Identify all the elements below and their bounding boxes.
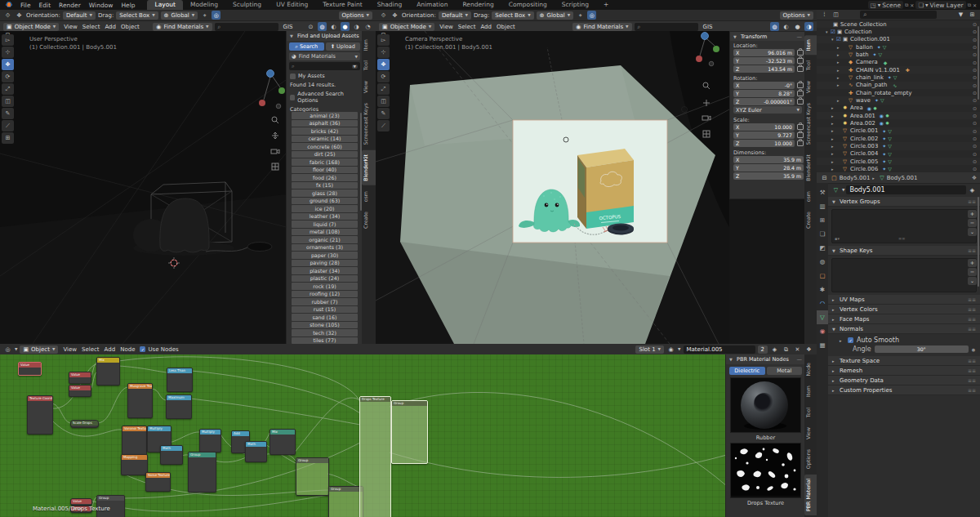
shading-material-icon[interactable]: ◑	[352, 22, 361, 31]
hide-eye-icon[interactable]: ⊙	[973, 120, 977, 126]
hide-eye-icon[interactable]: ⊙	[973, 82, 977, 88]
outliner-row[interactable]: ▾ ☑ ▣ Collection.001 ⊙	[817, 36, 980, 43]
shader-node[interactable]: Math	[160, 445, 183, 465]
overlays-icon[interactable]: ◍	[318, 22, 327, 31]
expand-arrow-icon[interactable]: ▸	[837, 68, 842, 73]
rotate-tool[interactable]: ⟳	[377, 71, 390, 82]
view-layer-selector[interactable]: ❏ ▼ View Layer	[915, 1, 965, 9]
location-field[interactable]: X96.016 m	[733, 49, 795, 56]
remove-button[interactable]: −	[968, 268, 977, 276]
sidebar-tab[interactable]: Tool	[362, 56, 376, 74]
scale-field[interactable]: Z10.000	[733, 140, 795, 147]
shader-node[interactable]: Mix	[270, 429, 296, 455]
category-item[interactable]: sand (16)	[292, 314, 358, 321]
show-gizmo-icon[interactable]: ⊙	[306, 22, 315, 31]
filter-icon[interactable]: ▼	[956, 11, 965, 20]
hide-eye-icon[interactable]: ⊙	[973, 21, 977, 27]
dielectric-button[interactable]: Dielectric	[729, 367, 765, 375]
expand-arrow-icon[interactable]: ▸	[837, 82, 842, 87]
category-item[interactable]: liquid (7)	[292, 221, 358, 228]
new-collection-icon[interactable]: ⊞	[968, 11, 977, 20]
shader-menu-item[interactable]: Select	[79, 346, 102, 353]
outliner-row[interactable]: ▸ ▽ Circle.001 ✦ ▽ ⊙	[817, 127, 980, 135]
expand-arrow-icon[interactable]: ▸	[831, 167, 836, 172]
hide-eye-icon[interactable]: ⊙	[973, 158, 977, 164]
shader-node[interactable]: Group	[188, 452, 216, 492]
shader-node[interactable]: Multiply	[199, 429, 221, 452]
annotate-tool[interactable]: ✎	[377, 108, 390, 119]
node-sidebar-tab[interactable]: Options	[804, 445, 817, 473]
collection-checkbox-icon[interactable]: ☑	[836, 36, 843, 42]
node-header[interactable]: Group	[189, 452, 216, 457]
angle-field[interactable]: 30°	[875, 345, 969, 353]
lock-icon[interactable]	[797, 132, 804, 138]
sidebar-tab[interactable]: Create	[362, 207, 376, 233]
sidebar-tab[interactable]: Item	[804, 35, 817, 55]
workspace-tab[interactable]: Animation	[409, 0, 455, 10]
scrollbar[interactable]	[978, 26, 979, 100]
hide-eye-icon[interactable]: ⊙	[973, 166, 977, 172]
category-item[interactable]: rock (19)	[292, 283, 358, 290]
node-canvas[interactable]: Value Value Value Mix Texture Coordinate	[0, 354, 817, 517]
properties-tab[interactable]: ⚒	[817, 185, 828, 199]
rotation-mode-dropdown[interactable]: XYZ Euler▼	[733, 106, 802, 114]
find-materials-dropdown[interactable]: ◉ Find Materials▼	[572, 23, 631, 31]
transform-tool[interactable]: ◫	[2, 96, 14, 107]
annotate-tool[interactable]: ✎	[2, 108, 14, 119]
use-nodes-checkbox[interactable]: ✓	[140, 346, 145, 352]
viewport-menu-item[interactable]: Object	[118, 24, 142, 30]
node-header[interactable]: Value	[69, 372, 91, 377]
pin-icon[interactable]: ❖	[972, 175, 977, 181]
outliner-row[interactable]: ▸ ✹ Area.001 ◉ ✹ ⊙	[817, 112, 980, 119]
material-preview[interactable]	[730, 377, 801, 433]
rotate-tool[interactable]: ⟳	[2, 71, 14, 82]
category-item[interactable]: ground (63)	[292, 198, 358, 205]
remove-button[interactable]: −	[968, 219, 977, 227]
mode-dropdown[interactable]: ▣ Object Mode▼	[379, 23, 434, 31]
collection-checkbox-icon[interactable]: ☑	[831, 29, 837, 35]
category-item[interactable]: fx (15)	[292, 182, 358, 189]
dimension-field[interactable]: Y28.4 m	[733, 164, 804, 172]
category-item[interactable]: tiles (77)	[292, 337, 358, 345]
rotation-field[interactable]: Y8.28°	[733, 90, 795, 97]
category-item[interactable]: stone (105)	[292, 322, 358, 329]
expand-arrow-icon[interactable]: ▸	[837, 98, 842, 103]
category-item[interactable]: food (26)	[292, 174, 358, 181]
expand-arrow-icon[interactable]: ▸	[837, 60, 842, 65]
category-item[interactable]: bricks (42)	[292, 127, 358, 135]
node-sidebar-tab[interactable]: Tool	[804, 403, 817, 421]
outliner-row[interactable]: ▸ ✚ CHAIN v1.1.001 ✚ ⊙	[817, 66, 980, 74]
outliner-row[interactable]: ▸ ▽ Circle.006 ✦ ▽ ⊙	[817, 165, 980, 172]
animate-dot-icon[interactable]: ●	[972, 347, 975, 352]
node-header[interactable]: Group	[392, 401, 427, 406]
shader-node[interactable]: Math	[245, 441, 267, 462]
orientation-dropdown[interactable]: Default▼	[63, 11, 96, 20]
sidebar-tab[interactable]: Screencast Keys	[804, 99, 817, 149]
node-header[interactable]: Mapping	[122, 455, 147, 460]
measure-tool[interactable]: ⟋	[2, 120, 14, 131]
shading-solid-icon[interactable]: ●	[341, 22, 350, 31]
shader-node[interactable]: Group	[328, 486, 363, 517]
node-header[interactable]: Group	[329, 487, 363, 492]
move-tool[interactable]: ✥	[2, 59, 14, 70]
workspace-tab[interactable]: UV Editing	[269, 0, 315, 10]
slot-dropdown[interactable]: Slot 1▼	[635, 345, 664, 354]
shader-node[interactable]: Scale Drops	[70, 420, 99, 428]
proportional-edit-icon[interactable]: ◎	[587, 11, 596, 20]
category-item[interactable]: animal (23)	[292, 112, 358, 119]
shape-keys-list[interactable]: + − ⌄	[831, 258, 977, 292]
viewport-menu-item[interactable]: View	[437, 24, 456, 30]
cursor-tool[interactable]: ⊹	[2, 47, 14, 58]
shader-node[interactable]: Less Than	[167, 368, 193, 392]
add-workspace-button[interactable]: +	[596, 0, 616, 10]
properties-tab[interactable]: ⊞	[817, 213, 828, 227]
workspace-tab[interactable]: Scripting	[555, 0, 596, 10]
unlink-icon[interactable]: ✕	[793, 345, 802, 354]
hide-eye-icon[interactable]: ⊙	[973, 44, 977, 50]
category-item[interactable]: leather (34)	[292, 213, 358, 221]
outliner-row[interactable]: ▸ ∿ Chain_path ∿ ⊙	[817, 82, 980, 89]
node-header[interactable]: Value	[19, 363, 41, 368]
search-input[interactable]: ⌕	[215, 23, 278, 31]
shader-node[interactable]: Value	[69, 372, 91, 384]
asset-search-input[interactable]: ⌕ ▼	[289, 62, 360, 70]
